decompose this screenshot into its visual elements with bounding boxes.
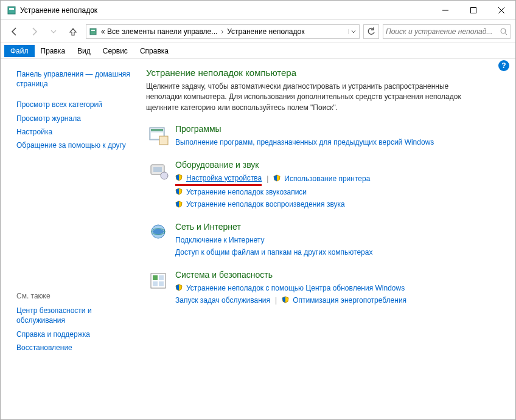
network-icon bbox=[146, 222, 170, 246]
power-optimization-link[interactable]: Оптимизация энергопотребления bbox=[282, 294, 406, 306]
shield-icon bbox=[175, 174, 184, 182]
audio-playback-label: Устранение неполадок воспроизведения зву… bbox=[186, 198, 345, 210]
svg-rect-15 bbox=[153, 167, 162, 172]
menu-help[interactable]: Справка bbox=[134, 45, 175, 57]
printer-use-link[interactable]: Использование принтера bbox=[273, 173, 370, 185]
device-config-label: Настройка устройства bbox=[186, 172, 262, 184]
sidebar-restore[interactable]: Восстановление bbox=[16, 341, 131, 354]
audio-record-label: Устранение неполадок звукозаписи bbox=[186, 186, 307, 198]
system-icon bbox=[146, 270, 170, 294]
shield-icon bbox=[282, 296, 290, 305]
svg-rect-3 bbox=[471, 7, 476, 13]
back-button[interactable] bbox=[5, 23, 24, 40]
audio-playback-troubleshoot-link[interactable]: Устранение неполадок воспроизведения зву… bbox=[175, 198, 345, 210]
sidebar-view-log[interactable]: Просмотр журнала bbox=[16, 112, 131, 125]
svg-rect-1 bbox=[9, 8, 14, 10]
sidebar-help-support[interactable]: Справка и поддержка bbox=[16, 328, 131, 341]
category-system-title[interactable]: Система и безопасность bbox=[175, 270, 503, 280]
device-config-link[interactable]: Настройка устройства bbox=[175, 172, 262, 186]
close-button[interactable] bbox=[487, 1, 515, 20]
search-input[interactable] bbox=[386, 27, 500, 36]
breadcrumb-separator: › bbox=[220, 27, 225, 36]
svg-point-16 bbox=[161, 172, 168, 179]
maintenance-tasks-link[interactable]: Запуск задач обслуживания bbox=[175, 294, 270, 306]
menu-view[interactable]: Вид bbox=[71, 45, 97, 57]
svg-rect-6 bbox=[90, 29, 96, 35]
hardware-icon bbox=[146, 160, 170, 184]
recent-dropdown[interactable] bbox=[44, 23, 63, 40]
window-title: Устранение неполадок bbox=[20, 6, 431, 15]
svg-rect-7 bbox=[91, 30, 95, 31]
menu-tools[interactable]: Сервис bbox=[97, 45, 134, 57]
address-bar[interactable]: « Все элементы панели управле... › Устра… bbox=[86, 24, 360, 39]
printer-use-label: Использование принтера bbox=[284, 173, 370, 185]
windows-update-label: Устранение неполадок с помощью Центра об… bbox=[186, 282, 405, 294]
sidebar-home[interactable]: Панель управления — домашняя страница bbox=[16, 67, 131, 91]
programs-icon bbox=[146, 124, 170, 148]
category-network: Сеть и Интернет Подключение к Интернету … bbox=[146, 222, 503, 259]
svg-rect-21 bbox=[159, 275, 164, 280]
refresh-button[interactable] bbox=[363, 24, 379, 39]
breadcrumb-segment-2[interactable]: Устранение неполадок bbox=[225, 27, 307, 36]
sidebar: Панель управления — домашняя страница Пр… bbox=[1, 59, 138, 419]
titlebar: Устранение неполадок bbox=[1, 1, 515, 20]
help-icon[interactable]: ? bbox=[498, 60, 509, 71]
minimize-button[interactable] bbox=[431, 1, 459, 20]
svg-rect-22 bbox=[153, 281, 158, 286]
separator: | bbox=[270, 294, 282, 306]
search-icon bbox=[500, 28, 507, 35]
breadcrumb-segment-1[interactable]: « Все элементы панели управле... bbox=[99, 27, 220, 36]
svg-rect-23 bbox=[159, 281, 164, 286]
page-heading: Устранение неполадок компьютера bbox=[146, 67, 503, 78]
separator: | bbox=[262, 173, 273, 185]
shield-icon bbox=[175, 284, 184, 292]
program-compat-link[interactable]: Выполнение программ, предназначенных для… bbox=[175, 136, 434, 148]
content-area: Панель управления — домашняя страница Пр… bbox=[1, 59, 515, 419]
main-panel: ? Устранение неполадок компьютера Щелкни… bbox=[138, 59, 515, 419]
category-hardware: Оборудование и звук Настройка устройства… bbox=[146, 160, 503, 211]
svg-line-9 bbox=[505, 33, 507, 35]
forward-button[interactable] bbox=[25, 23, 43, 40]
menu-edit[interactable]: Правка bbox=[35, 45, 72, 57]
shield-icon bbox=[273, 174, 282, 183]
shared-files-link[interactable]: Доступ к общим файлам и папкам на других… bbox=[175, 246, 372, 258]
audio-record-troubleshoot-link[interactable]: Устранение неполадок звукозаписи bbox=[175, 186, 307, 198]
svg-rect-20 bbox=[153, 275, 158, 280]
menu-file[interactable]: Файл bbox=[4, 45, 35, 57]
up-button[interactable] bbox=[64, 23, 82, 40]
svg-rect-13 bbox=[159, 136, 168, 145]
navigation-bar: « Все элементы панели управле... › Устра… bbox=[1, 20, 515, 43]
shield-icon bbox=[175, 201, 184, 209]
windows-update-troubleshoot-link[interactable]: Устранение неполадок с помощью Центра об… bbox=[175, 282, 405, 294]
sidebar-settings[interactable]: Настройка bbox=[16, 125, 131, 139]
address-dropdown[interactable] bbox=[348, 29, 358, 34]
category-system: Система и безопасность Устранение непола… bbox=[146, 270, 503, 307]
location-icon bbox=[88, 27, 99, 36]
sidebar-security-center[interactable]: Центр безопасности и обслуживания bbox=[16, 304, 131, 327]
category-hardware-title[interactable]: Оборудование и звук bbox=[175, 160, 503, 170]
sidebar-ask-friend[interactable]: Обращение за помощью к другу bbox=[16, 139, 131, 152]
svg-point-8 bbox=[501, 29, 506, 33]
internet-connection-link[interactable]: Подключение к Интернету bbox=[175, 234, 265, 246]
category-network-title[interactable]: Сеть и Интернет bbox=[175, 222, 503, 232]
page-description: Щелкните задачу, чтобы автоматически диа… bbox=[146, 81, 475, 113]
category-programs: Программы Выполнение программ, предназна… bbox=[146, 124, 503, 148]
category-programs-title[interactable]: Программы bbox=[175, 124, 503, 134]
menubar: Файл Правка Вид Сервис Справка bbox=[1, 43, 515, 59]
svg-rect-11 bbox=[151, 129, 163, 131]
svg-rect-0 bbox=[8, 7, 15, 14]
sidebar-all-categories[interactable]: Просмотр всех категорий bbox=[16, 98, 131, 111]
shield-icon bbox=[175, 188, 184, 196]
power-optimization-label: Оптимизация энергопотребления bbox=[293, 294, 406, 306]
window-controls bbox=[431, 1, 515, 20]
see-also-heading: См. также bbox=[16, 292, 131, 304]
maximize-button[interactable] bbox=[459, 1, 487, 20]
app-icon bbox=[7, 5, 16, 15]
search-box[interactable] bbox=[383, 24, 511, 39]
